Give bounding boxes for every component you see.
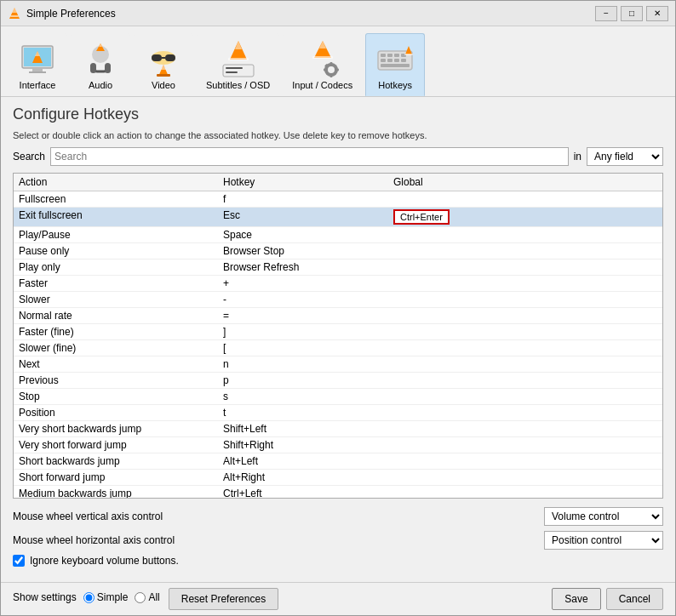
table-row[interactable]: Faster+ bbox=[14, 276, 662, 292]
cell-action: Very short forward jump bbox=[19, 439, 223, 451]
cell-global bbox=[393, 326, 657, 338]
cancel-button[interactable]: Cancel bbox=[606, 588, 663, 610]
tab-subtitles[interactable]: Subtitles / OSD bbox=[197, 33, 279, 96]
table-row[interactable]: Positiont bbox=[14, 405, 662, 421]
cell-global bbox=[393, 455, 657, 467]
cell-hotkey: = bbox=[223, 310, 393, 322]
table-row[interactable]: Medium backwards jumpCtrl+Left bbox=[14, 486, 662, 498]
cell-hotkey: Browser Refresh bbox=[223, 261, 393, 273]
cell-hotkey: t bbox=[223, 407, 393, 419]
interface-icon bbox=[17, 39, 58, 80]
nav-tabs: Interface Audio bbox=[1, 26, 675, 97]
cell-global bbox=[393, 310, 657, 322]
table-row[interactable]: Slower (fine)[ bbox=[14, 340, 662, 356]
tab-subtitles-label: Subtitles / OSD bbox=[206, 80, 270, 90]
cell-hotkey: s bbox=[223, 391, 393, 402]
table-row[interactable]: Very short backwards jumpShift+Left bbox=[14, 421, 662, 437]
table-body[interactable]: FullscreenfExit fullscreenEscCtrl+EnterP… bbox=[14, 191, 662, 498]
search-field-dropdown[interactable]: Any field Action Hotkey Global bbox=[587, 147, 663, 166]
table-row[interactable]: Short backwards jumpAlt+Left bbox=[14, 453, 662, 470]
svg-marker-55 bbox=[405, 46, 412, 54]
table-row[interactable]: Play onlyBrowser Refresh bbox=[14, 260, 662, 276]
header-action: Action bbox=[19, 176, 223, 188]
tab-video[interactable]: Video bbox=[134, 33, 193, 96]
cell-global bbox=[393, 439, 657, 451]
reset-preferences-button[interactable]: Reset Preferences bbox=[169, 588, 278, 610]
svg-rect-47 bbox=[387, 54, 392, 57]
ignore-keyboard-checkbox[interactable] bbox=[13, 555, 25, 567]
svg-rect-32 bbox=[223, 65, 254, 77]
cell-global bbox=[393, 294, 657, 305]
table-row[interactable]: Exit fullscreenEscCtrl+Enter bbox=[14, 208, 662, 227]
cell-global bbox=[393, 229, 657, 241]
cell-hotkey: ] bbox=[223, 326, 393, 338]
cell-global: Ctrl+Enter bbox=[393, 209, 657, 225]
table-row[interactable]: Nextn bbox=[14, 356, 662, 373]
svg-rect-53 bbox=[401, 59, 406, 62]
header-hotkey: Hotkey bbox=[223, 176, 393, 188]
cell-hotkey: Ctrl+Left bbox=[223, 488, 393, 498]
table-row[interactable]: Fullscreenf bbox=[14, 191, 662, 208]
tab-audio[interactable]: Audio bbox=[71, 33, 130, 96]
cell-global bbox=[393, 391, 657, 402]
cell-hotkey: p bbox=[223, 374, 393, 386]
cell-action: Exit fullscreen bbox=[19, 209, 223, 225]
bottom-left: Show settings Simple All Reset Preferenc… bbox=[13, 588, 278, 610]
cell-hotkey: Alt+Left bbox=[223, 455, 393, 467]
svg-rect-31 bbox=[228, 58, 249, 60]
svg-marker-36 bbox=[319, 41, 326, 48]
tab-video-label: Video bbox=[152, 80, 175, 90]
radio-simple[interactable] bbox=[83, 592, 95, 603]
minimize-button[interactable]: − bbox=[595, 6, 617, 21]
tab-interface-label: Interface bbox=[20, 80, 56, 90]
header-global: Global bbox=[393, 176, 657, 188]
cell-action: Pause only bbox=[19, 245, 223, 257]
close-button[interactable]: ✕ bbox=[646, 6, 668, 21]
cell-hotkey: Esc bbox=[223, 209, 393, 225]
svg-rect-54 bbox=[381, 64, 410, 67]
table-row[interactable]: Previousp bbox=[14, 373, 662, 389]
cell-hotkey: + bbox=[223, 277, 393, 289]
cell-global bbox=[393, 245, 657, 257]
search-row: Search in Any field Action Hotkey Global bbox=[13, 147, 663, 166]
hotkeys-icon bbox=[375, 39, 415, 80]
table-row[interactable]: Faster (fine)] bbox=[14, 324, 662, 340]
table-header: Action Hotkey Global bbox=[14, 174, 662, 191]
cell-action: Slower bbox=[19, 294, 223, 305]
table-row[interactable]: Slower- bbox=[14, 292, 662, 308]
radio-all[interactable] bbox=[135, 592, 146, 603]
table-row[interactable]: Normal rate= bbox=[14, 308, 662, 324]
mouse-vertical-dropdown[interactable]: Volume control Position control None bbox=[544, 507, 663, 526]
tab-input[interactable]: Input / Codecs bbox=[283, 33, 362, 96]
table-row[interactable]: Pause onlyBrowser Stop bbox=[14, 243, 662, 260]
table-row[interactable]: Stops bbox=[14, 389, 662, 405]
ignore-keyboard-label: Ignore keyboard volume buttons. bbox=[30, 555, 179, 567]
content-area: Configure Hotkeys Select or double click… bbox=[1, 97, 675, 582]
save-button[interactable]: Save bbox=[552, 588, 600, 610]
svg-marker-30 bbox=[235, 41, 242, 49]
cell-action: Play/Pause bbox=[19, 229, 223, 241]
cell-action: Medium backwards jump bbox=[19, 488, 223, 498]
svg-marker-9 bbox=[12, 8, 17, 13]
radio-all-label: All bbox=[135, 591, 159, 603]
mouse-horizontal-dropdown[interactable]: Volume control Position control None bbox=[544, 531, 663, 550]
cell-global bbox=[393, 193, 657, 205]
radio-simple-label: Simple bbox=[83, 591, 129, 603]
cell-action: Faster bbox=[19, 277, 223, 289]
table-row[interactable]: Short forward jumpAlt+Right bbox=[14, 470, 662, 486]
window-icon bbox=[8, 7, 21, 20]
cell-hotkey: [ bbox=[223, 342, 393, 354]
table-row[interactable]: Play/PauseSpace bbox=[14, 227, 662, 243]
cell-global bbox=[393, 261, 657, 273]
svg-rect-24 bbox=[165, 54, 175, 61]
tab-hotkeys[interactable]: Hotkeys bbox=[365, 33, 425, 96]
tab-interface[interactable]: Interface bbox=[8, 33, 67, 96]
maximize-button[interactable]: □ bbox=[621, 6, 643, 21]
search-input[interactable] bbox=[50, 147, 569, 166]
cell-hotkey: Alt+Right bbox=[223, 471, 393, 483]
radio-simple-text: Simple bbox=[97, 591, 129, 603]
cell-action: Stop bbox=[19, 391, 223, 402]
page-description: Select or double click an action to chan… bbox=[13, 130, 663, 140]
input-icon bbox=[302, 39, 343, 80]
table-row[interactable]: Very short forward jumpShift+Right bbox=[14, 437, 662, 453]
